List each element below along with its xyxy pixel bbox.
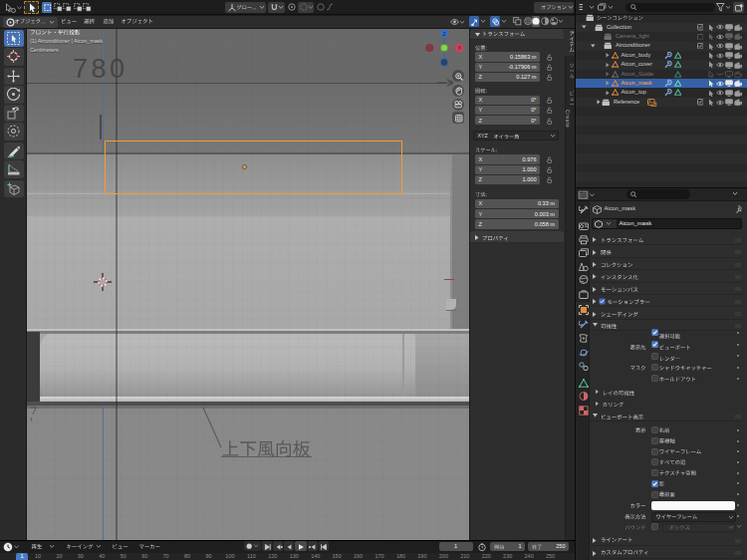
svg-text:X: X [457,45,461,51]
svg-text:Z: Z [442,31,446,37]
